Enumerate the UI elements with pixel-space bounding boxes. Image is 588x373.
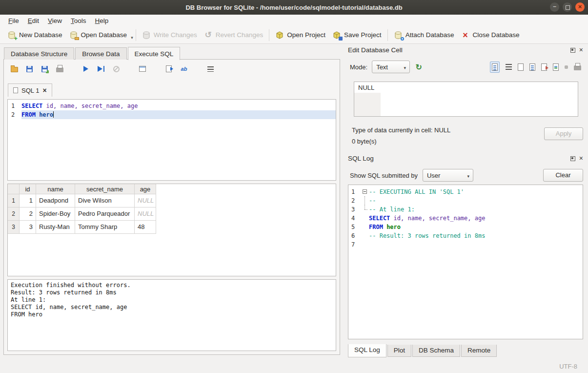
- column-header-age[interactable]: age: [135, 184, 156, 194]
- sql-editor[interactable]: 1 SELECT id, name, secret_name, age 2 FR…: [7, 99, 336, 181]
- stop-button: [112, 64, 121, 73]
- mode-label: Mode:: [350, 63, 367, 71]
- cell-secret-name[interactable]: Pedro Parqueador: [75, 207, 135, 221]
- tab-browse-data[interactable]: Browse Data: [75, 47, 126, 60]
- log-line: 6 -- Result: 3 rows returned in 8ms: [348, 231, 583, 240]
- row-header[interactable]: 3: [8, 221, 20, 234]
- stop-icon: [113, 66, 120, 72]
- save-sql-as-button[interactable]: [40, 64, 49, 73]
- column-header-secret-name[interactable]: secret_name: [75, 184, 135, 194]
- image-view-icon[interactable]: [553, 63, 559, 71]
- menu-view[interactable]: View: [43, 16, 66, 25]
- open-sql-file-button[interactable]: [10, 64, 19, 73]
- cell-value: NULL: [358, 84, 374, 91]
- fold-guide-line: [365, 196, 365, 205]
- import-text-icon[interactable]: [529, 63, 535, 71]
- column-header-name[interactable]: name: [36, 184, 75, 194]
- mode-select[interactable]: Text: [372, 61, 410, 73]
- title-bar: DB Browser for SQLite - /home/user/code/…: [0, 0, 588, 15]
- cell-size-info: 0 byte(s): [352, 138, 377, 145]
- blank-document-icon[interactable]: [518, 63, 524, 71]
- tab-execute-sql[interactable]: Execute SQL: [128, 47, 181, 60]
- tab-database-structure[interactable]: Database Structure: [4, 47, 74, 60]
- open-database-dropdown[interactable]: [131, 33, 133, 43]
- menu-edit[interactable]: Edit: [23, 16, 43, 25]
- execute-line-button[interactable]: [97, 64, 105, 73]
- execute-all-button[interactable]: [81, 64, 90, 73]
- cell-age[interactable]: 48: [135, 221, 156, 234]
- float-dock-icon[interactable]: [570, 156, 575, 161]
- toolbar-separator: [269, 29, 269, 41]
- cell-id[interactable]: 3: [20, 221, 36, 234]
- menu-file[interactable]: File: [4, 16, 23, 25]
- cell-id[interactable]: 2: [20, 207, 36, 221]
- close-dock-icon[interactable]: [579, 156, 583, 161]
- main-toolbar: New Database Open Database Write Changes…: [0, 26, 588, 44]
- new-tab-button[interactable]: [138, 64, 147, 73]
- text-mode-button[interactable]: [490, 62, 500, 73]
- new-database-icon: [7, 31, 16, 40]
- row-header[interactable]: 1: [8, 194, 20, 207]
- revert-changes-button: Revert Changes: [201, 29, 267, 41]
- row-header[interactable]: 2: [8, 207, 20, 221]
- submitter-select[interactable]: User: [423, 169, 473, 182]
- save-project-button[interactable]: Save Project: [329, 29, 385, 41]
- dock-tab-plot[interactable]: Plot: [387, 345, 411, 357]
- window-controls: [550, 2, 585, 12]
- log-line: 3 -- At line 1:: [348, 205, 583, 214]
- log-line: 4 SELECT id, name, secret_name, age: [348, 214, 583, 223]
- print-cell-icon[interactable]: [574, 65, 581, 70]
- cell-value-editor[interactable]: NULL: [354, 82, 578, 117]
- format-sql-button[interactable]: [180, 64, 188, 73]
- cell-age[interactable]: NULL: [135, 194, 156, 207]
- status-bar: UTF-8: [0, 360, 588, 373]
- open-project-button[interactable]: Open Project: [272, 29, 329, 41]
- cell-id[interactable]: 1: [20, 194, 36, 207]
- save-sql-file-button[interactable]: [25, 64, 34, 73]
- cell-name[interactable]: Deadpond: [36, 194, 75, 207]
- menu-help[interactable]: Help: [91, 16, 113, 25]
- cell-age[interactable]: NULL: [135, 207, 156, 221]
- cell-secret-name[interactable]: Dive Wilson: [75, 194, 135, 207]
- open-file-icon: [11, 67, 18, 72]
- close-dock-icon[interactable]: [579, 47, 583, 53]
- cell-secret-name[interactable]: Tommy Sharp: [75, 221, 135, 234]
- word-wrap-button[interactable]: [206, 64, 215, 73]
- menu-tools[interactable]: Tools: [66, 16, 91, 25]
- results-grid: id name secret_name age 1 1 Deadpond Div…: [7, 184, 336, 276]
- sql-toolbar: [10, 63, 215, 75]
- print-button[interactable]: [55, 64, 64, 73]
- auto-detect-type-button[interactable]: [414, 62, 423, 71]
- message-line: SELECT id, name, secret_name, age: [11, 304, 333, 311]
- text-cursor: [53, 111, 54, 118]
- cell-name[interactable]: Spider-Boy: [36, 207, 75, 221]
- float-dock-icon[interactable]: [570, 48, 575, 53]
- clear-log-button[interactable]: Clear: [543, 169, 583, 182]
- close-window-button[interactable]: [575, 2, 585, 12]
- chevron-down-icon: [467, 172, 469, 179]
- table-row: 3 3 Rusty-Man Tommy Sharp 48: [8, 221, 336, 234]
- export-cell-icon[interactable]: [541, 63, 547, 71]
- attach-database-button[interactable]: Attach Database: [390, 29, 458, 41]
- sql-log-view: 1 -- EXECUTING ALL IN 'SQL 1' 2 -- 3 -- …: [348, 185, 583, 339]
- maximize-button[interactable]: [563, 2, 572, 12]
- word-wrap-icon[interactable]: [506, 64, 512, 70]
- dock-tab-db-schema[interactable]: DB Schema: [412, 345, 460, 357]
- column-header-id[interactable]: id: [20, 184, 36, 194]
- cell-name[interactable]: Rusty-Man: [36, 221, 75, 234]
- fold-marker-icon[interactable]: [363, 189, 367, 194]
- dock-controls: [570, 156, 583, 161]
- results-corner-cell[interactable]: [8, 184, 20, 194]
- minimize-button[interactable]: [550, 2, 559, 12]
- dock-tab-remote[interactable]: Remote: [461, 345, 497, 357]
- sql-1-tab[interactable]: SQL 1: [8, 83, 52, 97]
- open-database-button[interactable]: Open Database: [66, 29, 131, 41]
- dock-tab-sql-log[interactable]: SQL Log: [348, 344, 386, 357]
- close-database-button[interactable]: Close Database: [457, 29, 523, 41]
- export-results-button[interactable]: [164, 64, 173, 73]
- new-database-button[interactable]: New Database: [4, 29, 66, 41]
- open-project-icon: [275, 31, 284, 40]
- set-null-icon[interactable]: [565, 65, 568, 69]
- close-sql-tab-icon[interactable]: [42, 86, 46, 94]
- toolbar-separator: [387, 29, 388, 41]
